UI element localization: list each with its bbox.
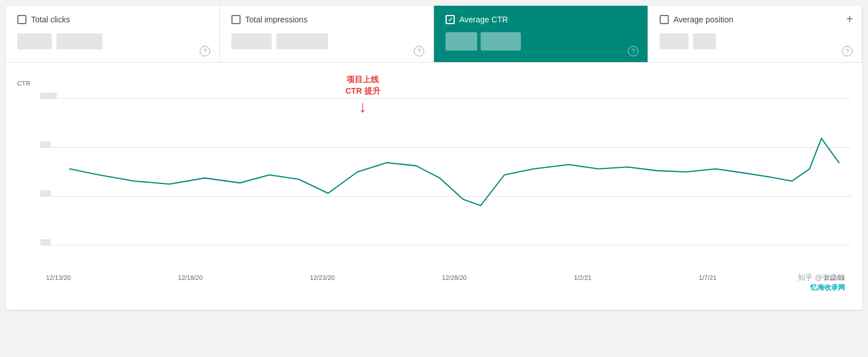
watermark-line1: 知乎 @张亚楠 (798, 272, 845, 283)
metric-value-ctr (446, 30, 636, 53)
metric-title-impressions: Total impressions (245, 15, 307, 24)
metric-card-average-ctr[interactable]: ✓ Average CTR ? (434, 6, 648, 62)
checkmark-icon: ✓ (448, 16, 453, 24)
metric-header-ctr: ✓ Average CTR (446, 15, 636, 24)
blurred-value-4b (693, 33, 716, 49)
metric-card-total-impressions[interactable]: Total impressions ? (220, 6, 434, 62)
x-label-4: 1/2/21 (574, 274, 592, 281)
metric-value-total-clicks (17, 30, 208, 53)
x-label-2: 12/23/20 (310, 274, 335, 281)
chart-area: CTR 项目上线 CTR 提升 ↓ (6, 63, 862, 310)
svg-rect-6 (40, 190, 51, 197)
chart-svg-container (40, 74, 851, 270)
blurred-value-1b (56, 33, 102, 49)
blurred-value-1a (17, 33, 52, 49)
metric-card-average-position[interactable]: Average position ? (648, 6, 862, 62)
checkbox-total-impressions[interactable] (231, 15, 241, 24)
x-label-1: 12/18/20 (178, 274, 203, 281)
blurred-value-2b (276, 33, 328, 49)
metric-header-position: Average position (660, 15, 850, 24)
checkbox-average-position[interactable] (660, 15, 669, 24)
help-icon-clicks[interactable]: ? (200, 46, 210, 56)
blurred-value-3b (481, 32, 521, 51)
x-label-0: 12/13/20 (46, 274, 71, 281)
metric-value-impressions (231, 30, 422, 53)
help-icon-impressions[interactable]: ? (414, 46, 424, 56)
main-container: Total clicks ? Total impressions ? (6, 6, 862, 310)
svg-rect-4 (40, 93, 57, 99)
x-label-3: 12/28/20 (442, 274, 467, 281)
blurred-value-4a (660, 33, 688, 49)
metric-card-total-clicks[interactable]: Total clicks ? (6, 6, 220, 62)
y-axis-label: CTR (17, 80, 31, 87)
add-metric-button[interactable]: + (846, 13, 853, 26)
metric-header: Total clicks (17, 15, 208, 24)
x-label-5: 1/7/21 (699, 274, 717, 281)
metric-value-position (660, 30, 850, 53)
metric-title-position: Average position (673, 15, 733, 24)
checkbox-total-clicks[interactable] (17, 15, 26, 24)
help-icon-ctr[interactable]: ? (628, 46, 638, 56)
watermark-line2: 忆海收录网 (810, 283, 845, 293)
svg-rect-5 (40, 141, 51, 148)
metric-title-total-clicks: Total clicks (31, 15, 70, 24)
blurred-value-2a (231, 33, 272, 49)
metric-footer-position: ? (842, 46, 852, 56)
metrics-row: Total clicks ? Total impressions ? (6, 6, 862, 63)
blurred-value-3a (446, 32, 477, 51)
svg-rect-7 (40, 239, 51, 245)
watermark: 知乎 @张亚楠 忆海收录网 (798, 272, 845, 293)
chart-svg (40, 74, 851, 270)
checkbox-average-ctr[interactable]: ✓ (446, 15, 455, 24)
x-axis-labels: 12/13/20 12/18/20 12/23/20 12/28/20 1/2/… (40, 274, 851, 281)
metric-title-ctr: Average CTR (459, 15, 508, 24)
metric-footer-impressions: ? (414, 46, 424, 56)
help-icon-position[interactable]: ? (842, 46, 852, 56)
metric-footer-clicks: ? (200, 46, 210, 56)
metric-footer-ctr: ? (628, 46, 638, 56)
metric-header-impressions: Total impressions (231, 15, 422, 24)
